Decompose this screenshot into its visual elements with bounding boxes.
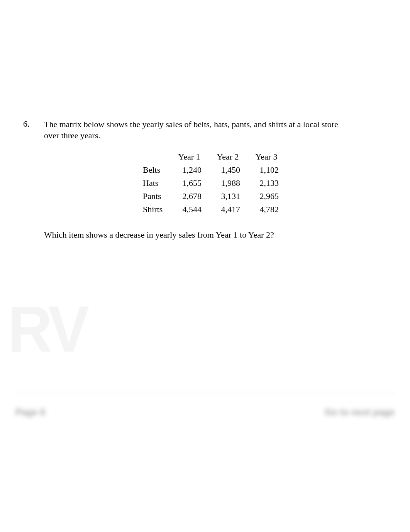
row-label-pants: Pants	[143, 191, 170, 201]
cell-hats-y3: 2,133	[247, 178, 286, 188]
cell-pants-y3: 2,965	[247, 191, 286, 201]
cell-hats-y2: 1,988	[208, 178, 247, 188]
col-header-year3: Year 3	[247, 152, 286, 162]
cell-pants-y2: 3,131	[208, 191, 247, 201]
question-followup: Which item shows a decrease in yearly sa…	[44, 230, 387, 240]
question-number: 6.	[23, 119, 44, 129]
cell-hats-y1: 1,655	[170, 178, 208, 188]
matrix-header-row: Year 1 Year 2 Year 3	[143, 152, 286, 162]
table-row: Shirts 4,544 4,417 4,782	[143, 204, 286, 214]
question-row: 6. The matrix below shows the yearly sal…	[23, 119, 387, 141]
cell-belts-y3: 1,102	[247, 165, 286, 175]
cell-shirts-y2: 4,417	[208, 204, 247, 214]
cell-shirts-y1: 4,544	[170, 204, 208, 214]
question-stem: The matrix below shows the yearly sales …	[44, 119, 387, 141]
footer-page-number: Page 6	[15, 407, 45, 418]
col-header-year2: Year 2	[208, 152, 247, 162]
row-label-belts: Belts	[143, 165, 170, 175]
table-row: Belts 1,240 1,450 1,102	[143, 165, 286, 175]
table-row: Pants 2,678 3,131 2,965	[143, 191, 286, 201]
cell-pants-y1: 2,678	[170, 191, 208, 201]
row-label-hats: Hats	[143, 178, 170, 188]
cell-shirts-y3: 4,782	[247, 204, 286, 214]
footer-next-page: Go to next page	[325, 407, 395, 418]
question-block: 6. The matrix below shows the yearly sal…	[23, 119, 387, 240]
watermark: RV	[8, 292, 86, 366]
col-header-year1: Year 1	[170, 152, 208, 162]
footer: Page 6 Go to next page	[15, 393, 395, 424]
cell-belts-y1: 1,240	[170, 165, 208, 175]
cell-belts-y2: 1,450	[208, 165, 247, 175]
sales-matrix: Year 1 Year 2 Year 3 Belts 1,240 1,450 1…	[143, 152, 286, 214]
row-label-shirts: Shirts	[143, 204, 170, 214]
table-row: Hats 1,655 1,988 2,133	[143, 178, 286, 188]
